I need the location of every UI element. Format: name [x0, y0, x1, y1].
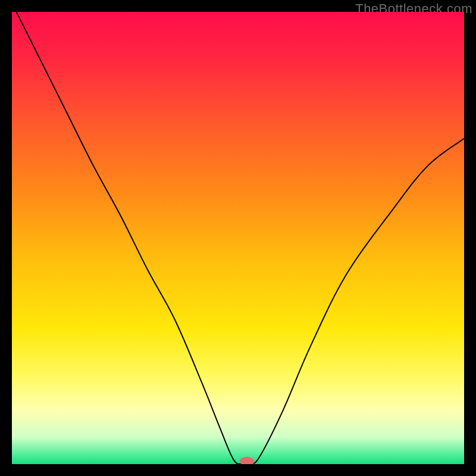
chart-frame: TheBottleneck.com — [0, 0, 476, 476]
chart-background — [12, 12, 464, 464]
bottleneck-chart — [12, 12, 464, 464]
